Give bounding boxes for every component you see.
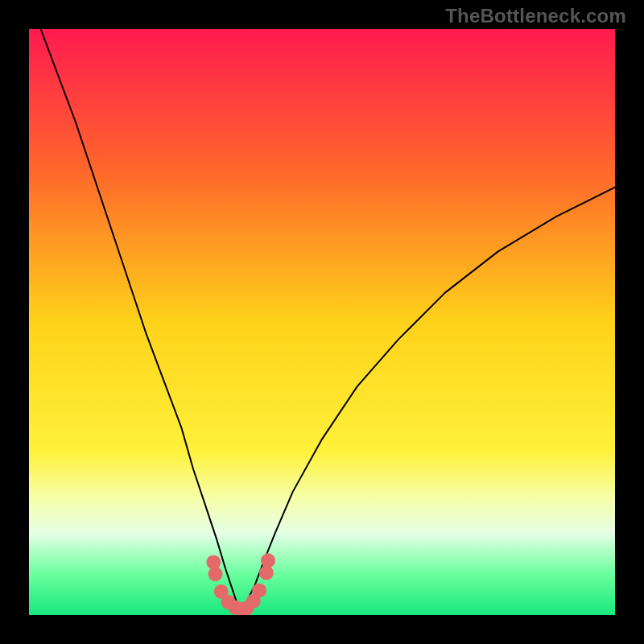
gradient-background	[29, 29, 615, 615]
outer-frame: TheBottleneck.com	[0, 0, 644, 644]
trough-marker	[261, 553, 275, 568]
plot-area	[29, 29, 615, 615]
trough-marker	[252, 583, 266, 597]
bottleneck-chart	[29, 29, 615, 615]
watermark-text: TheBottleneck.com	[445, 5, 626, 27]
trough-marker	[208, 567, 223, 581]
trough-marker	[259, 566, 274, 580]
